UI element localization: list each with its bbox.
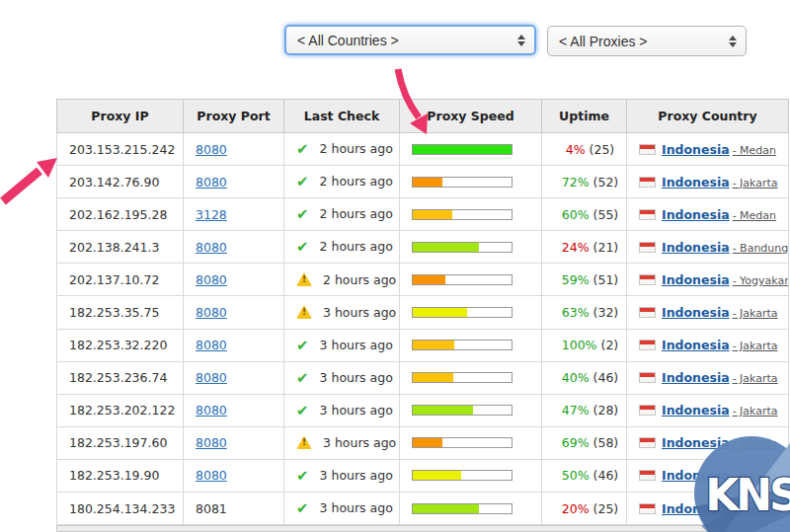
uptime-percent: 4% [566,142,586,157]
country-link[interactable]: Indonesia [662,370,730,385]
proxy-port-link[interactable]: 8080 [196,272,227,287]
warning-icon: ! [296,272,312,286]
uptime-count: (58) [593,435,619,450]
city-link[interactable]: - Jakarta [733,405,778,418]
country-link[interactable]: Indonesia [662,435,730,450]
country-link[interactable]: Indonesia [662,142,730,157]
proxy-country-cell: Indonesia- Jakarta [627,296,789,329]
check-icon: ✔ [296,140,309,158]
proxy-country-cell: Indonesia- Padang [627,493,789,525]
country-link[interactable]: Indonesia [662,240,730,255]
last-check-text: 3 hours ago [320,338,393,352]
proxy-port-link[interactable]: 8080 [196,240,227,255]
country-link[interactable]: Indonesia [662,468,730,483]
speed-bar [412,340,513,350]
city-link[interactable]: - Medan [733,209,776,222]
proxy-port-cell: 8080 [184,231,284,264]
country-link[interactable]: Indonesia [662,338,730,352]
speed-bar [412,470,513,481]
proxy-ip-cell: 202.137.10.72 [57,264,184,296]
uptime-cell: 72% (52) [542,166,627,198]
city-link[interactable]: - Jakarta [733,372,778,385]
proxy-speed-cell [400,166,542,198]
speed-bar-fill [413,406,473,415]
speed-bar [412,372,513,383]
speed-bar-fill [413,243,479,252]
proxy-ip-cell: 182.253.202.122 [57,394,184,426]
last-check-text: 2 hours ago [320,174,393,189]
last-check-cell: ✔ 3 hours ago [284,361,400,394]
proxy-ip-text: 203.142.76.90 [69,175,159,190]
proxy-ip-text: 182.253.236.74 [69,370,167,385]
last-check-cell: ! 3 hours ago [284,296,400,329]
city-link[interactable]: - Jakarta [733,177,778,190]
last-check-cell: ✔ 3 hours ago [284,394,400,426]
uptime-percent: 69% [562,435,590,450]
uptime-count: (21) [593,240,619,255]
proxy-port-link[interactable]: 8080 [196,338,227,352]
uptime-cell: 50% (46) [542,459,627,492]
proxy-country-cell: Indonesia- Jakarta [627,361,789,394]
country-link[interactable]: Indonesia [662,207,730,222]
proxy-port-link[interactable]: 8080 [196,370,227,385]
proxy-ip-text: 202.137.10.72 [69,272,159,287]
city-link[interactable]: - Padang [733,503,780,516]
proxy-speed-cell [400,198,542,231]
proxy-ip-cell: 182.253.32.220 [57,329,184,361]
proxy-ip-cell: 203.142.76.90 [57,166,184,198]
country-filter-select[interactable]: < All Countries > [284,25,536,55]
speed-bar [412,307,513,318]
city-link[interactable]: - Bandung [733,242,789,255]
city-link[interactable]: - Jakarta [733,470,778,483]
speed-bar-fill [413,341,454,349]
proxy-port-cell: 8080 [184,459,284,492]
last-check-text: 2 hours ago [320,239,393,254]
country-link[interactable]: Indonesia [662,175,730,190]
country-link[interactable]: Indonesia [662,305,730,320]
table-row: 202.138.241.3 8080 ✔ 2 hours ago 24% (21… [57,231,789,264]
speed-bar-fill [413,373,453,382]
proxy-country-cell: Indonesia- Jakarta [627,426,789,459]
last-check-text: 3 hours ago [320,500,393,515]
proxy-ip-text: 182.253.32.220 [69,338,167,352]
country-link[interactable]: Indonesia [662,403,730,418]
uptime-count: (25) [590,142,615,157]
proxy-ip-cell: 202.162.195.28 [57,198,184,231]
uptime-cell: 20% (25) [542,493,627,525]
proxy-speed-cell [400,394,542,426]
speed-bar [412,177,513,188]
country-link[interactable]: Indonesia [662,501,730,516]
proxy-port-link[interactable]: 3128 [196,207,227,222]
indonesia-flag-icon [639,307,656,318]
check-icon: ✔ [296,369,309,387]
select-stepper-icon [729,36,737,47]
proxy-type-filter-select[interactable]: < All Proxies > [547,26,747,56]
city-link[interactable]: - Jakarta [733,307,778,320]
proxy-ip-cell: 180.254.134.233 [57,493,184,525]
last-check-cell: ✔ 3 hours ago [284,329,400,361]
proxy-port-link[interactable]: 8080 [196,142,227,157]
proxy-country-cell: Indonesia- Bandung [627,231,789,264]
city-link[interactable]: - Yogyakarta [733,274,789,287]
proxy-port-link[interactable]: 8080 [196,305,227,320]
indonesia-flag-icon [639,242,656,253]
country-filter-value: < All Countries > [297,33,399,48]
city-link[interactable]: - Medan [733,144,776,157]
uptime-cell: 60% (55) [542,198,627,231]
proxy-ip-cell: 182.253.236.74 [57,361,184,394]
proxy-port-link[interactable]: 8080 [196,403,227,418]
country-link[interactable]: Indonesia [662,272,730,287]
proxy-port-cell: 8080 [184,133,284,166]
proxy-port-link[interactable]: 8080 [196,468,227,483]
city-link[interactable]: - Jakarta [733,437,778,450]
last-check-text: 3 hours ago [320,403,393,418]
proxy-port-link[interactable]: 8080 [196,175,227,190]
proxy-country-cell: Indonesia- Medan [627,198,789,231]
city-link[interactable]: - Jakarta [733,340,778,352]
proxy-port-link[interactable]: 8080 [196,435,227,450]
proxy-port-cell: 8080 [184,166,284,198]
indonesia-flag-icon [639,503,656,514]
proxy-table-body: 203.153.215.242 8080 ✔ 2 hours ago 4% (2… [57,133,789,525]
indonesia-flag-icon [639,340,656,350]
last-check-cell: ! 2 hours ago [284,264,400,296]
